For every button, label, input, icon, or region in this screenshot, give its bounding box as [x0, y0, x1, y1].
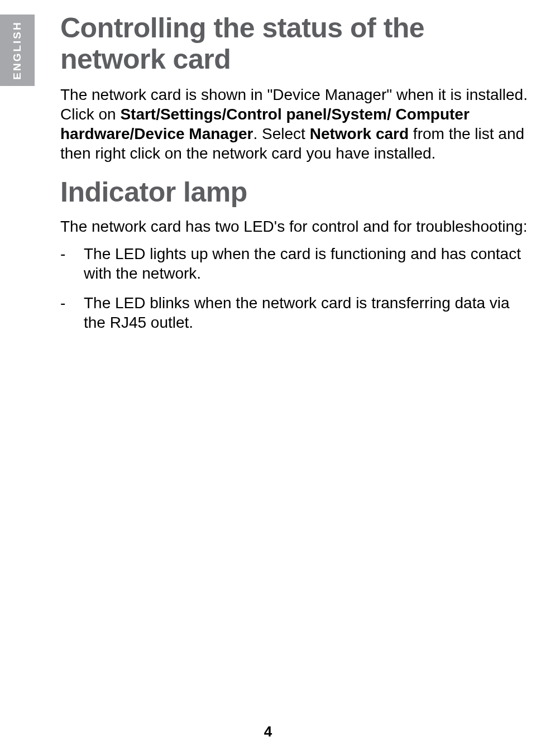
- bullet-list: - The LED lights up when the card is fun…: [60, 244, 536, 332]
- para1-part-c: . Select: [253, 125, 310, 142]
- paragraph-device-manager: The network card is shown in "Device Man…: [60, 85, 536, 163]
- heading-indicator-lamp: Indicator lamp: [60, 176, 536, 208]
- list-item-text: The LED lights up when the card is funct…: [84, 244, 536, 283]
- para1-bold-networkcard: Network card: [310, 125, 409, 142]
- language-tab: ENGLISH: [0, 15, 35, 86]
- dash-icon: -: [60, 293, 69, 332]
- page: ENGLISH Controlling the status of the ne…: [0, 0, 536, 756]
- list-item: - The LED lights up when the card is fun…: [60, 244, 536, 283]
- language-tab-text: ENGLISH: [11, 21, 23, 79]
- list-item: - The LED blinks when the network card i…: [60, 293, 536, 332]
- list-item-text: The LED blinks when the network card is …: [84, 293, 536, 332]
- paragraph-leds-intro: The network card has two LED's for contr…: [60, 217, 536, 236]
- dash-icon: -: [60, 244, 69, 283]
- heading-controlling-status: Controlling the status of the network ca…: [60, 12, 536, 75]
- page-number: 4: [0, 723, 536, 740]
- content-area: Controlling the status of the network ca…: [60, 12, 536, 332]
